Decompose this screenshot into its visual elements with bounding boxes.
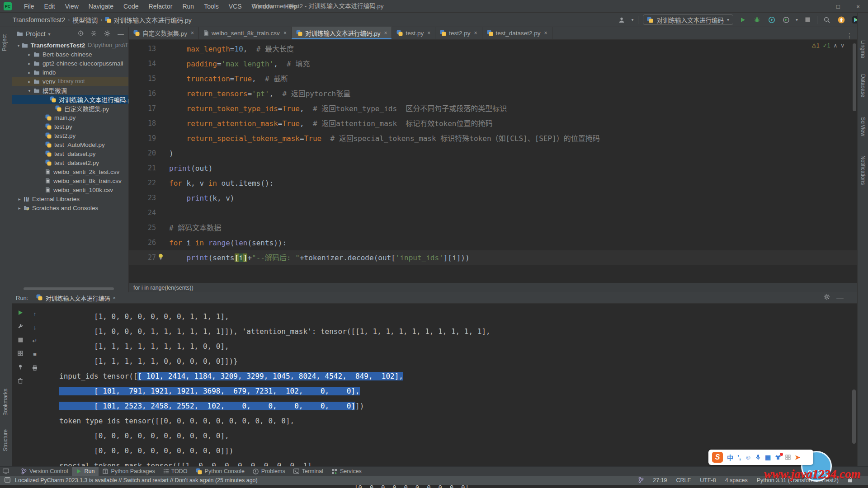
code-editor[interactable]: 13 max_length=10, # 最大长度14 padding='max_… — [129, 40, 857, 282]
tree-item-weibo_senti_100k-csv[interactable]: weibo_senti_100k.csv — [12, 185, 128, 194]
editor-tab-test2.py[interactable]: test2.py× — [435, 27, 482, 39]
hide-panel-icon[interactable]: — — [836, 294, 844, 302]
settings-gear-icon[interactable] — [824, 294, 830, 302]
file-encoding[interactable]: UTF-8 — [700, 477, 716, 483]
tree-item-imdb[interactable]: ▸imdb — [12, 68, 128, 77]
chevron-right-icon[interactable]: ▸ — [17, 206, 22, 211]
toolwindow-button-problems[interactable]: Problems — [249, 467, 289, 476]
run-button[interactable] — [738, 15, 748, 25]
toolwindow-button-run[interactable]: Run — [72, 467, 99, 476]
tab-options-icon[interactable]: ⋮ — [842, 32, 857, 39]
tree-item-weibo_senti_8k_train-csv[interactable]: weibo_senti_8k_train.csv — [12, 176, 128, 185]
tree-item-模型微调[interactable]: ▾模型微调 — [12, 86, 128, 95]
menu-refactor[interactable]: Refactor — [144, 0, 178, 13]
chevron-right-icon[interactable]: ▸ — [17, 197, 22, 202]
clear-all-icon[interactable] — [17, 377, 24, 384]
pin-icon[interactable] — [17, 363, 24, 371]
menu-view[interactable]: View — [60, 0, 84, 13]
tree-item-自定义数据集-py[interactable]: 自定义数据集.py — [12, 104, 128, 113]
hide-panel-icon[interactable]: — — [118, 30, 124, 38]
editor-tab-weibo_senti_8k_train.csv[interactable]: weibo_senti_8k_train.csv× — [199, 27, 292, 39]
close-button[interactable]: × — [848, 0, 868, 13]
stop-button[interactable] — [802, 15, 812, 25]
chevron-right-icon[interactable]: ▸ — [27, 52, 32, 57]
close-icon[interactable]: × — [384, 30, 387, 36]
tool-button-database[interactable]: Database — [860, 74, 866, 97]
tree-item-对训练输入文本进行编码-py[interactable]: 对训练输入文本进行编码.py — [12, 95, 128, 104]
update-notification-icon[interactable] — [836, 15, 846, 25]
down-stack-icon[interactable]: ↓ — [31, 324, 38, 331]
run-configuration-select[interactable]: 对训练输入文本进行编码 ▾ — [643, 14, 733, 25]
run-tab[interactable]: 对训练输入文本进行编码 × — [36, 294, 115, 302]
tree-item-test-py[interactable]: test.py — [12, 122, 128, 131]
tree-item-gpt2-chinese-cluecorpussmall[interactable]: ▸gpt2-chinese-cluecorpussmall — [12, 59, 128, 68]
up-stack-icon[interactable]: ↑ — [31, 310, 38, 317]
chevron-right-icon[interactable]: ▸ — [27, 79, 32, 84]
menu-vcs[interactable]: VCS — [224, 0, 247, 13]
toolwindow-button-services[interactable]: Services — [327, 467, 366, 476]
prev-issue-icon[interactable]: ∧ — [833, 42, 837, 49]
tool-button-structure[interactable]: Structure — [2, 429, 9, 451]
editor-tab-自定义数据集.py[interactable]: 自定义数据集.py× — [129, 27, 199, 39]
next-issue-icon[interactable]: ∨ — [840, 42, 844, 49]
tree-item-venv[interactable]: ▸venvlibrary root — [12, 77, 128, 86]
editor-tab-对训练输入文本进行编码.py[interactable]: 对训练输入文本进行编码.py× — [292, 27, 392, 39]
settings-gear-icon[interactable] — [104, 30, 110, 38]
tool-button-bookmarks[interactable]: Bookmarks — [2, 389, 9, 416]
microphone-icon[interactable] — [755, 454, 761, 460]
chinese-mode-icon[interactable]: 中 — [727, 453, 733, 462]
run-console[interactable]: [1, 0, 0, 0, 0, 0, 0, 1, 1, 1], [1, 0, 0… — [46, 304, 857, 466]
close-icon[interactable]: × — [113, 295, 115, 300]
punctuation-icon[interactable]: ’, — [737, 454, 741, 461]
stop-button[interactable] — [17, 336, 24, 343]
intention-bulb-icon[interactable] — [158, 250, 164, 265]
close-icon[interactable]: × — [544, 30, 547, 36]
console-scrollbar[interactable] — [852, 389, 856, 444]
breadcrumb-item[interactable]: 模型微调 — [72, 15, 98, 24]
tree-item-External-Libraries[interactable]: ▸External Libraries — [12, 194, 128, 203]
soft-wrap-icon[interactable]: ↵ — [31, 337, 38, 344]
coverage-dropdown-arrow[interactable]: ▾ — [796, 17, 798, 22]
tool-button-lingma[interactable]: Lingma — [860, 40, 866, 58]
editor-scrollbar[interactable] — [853, 43, 856, 111]
profiler-button[interactable] — [767, 15, 777, 25]
layout-icon[interactable] — [17, 350, 24, 357]
git-branch-icon[interactable] — [638, 477, 644, 484]
caret-position[interactable]: 27:19 — [653, 477, 667, 483]
close-icon[interactable]: × — [427, 30, 430, 36]
toolwindow-button-python-packages[interactable]: Python Packages — [99, 467, 159, 476]
menu-run[interactable]: Run — [177, 0, 199, 13]
tree-item-weibo_senti_2k_test-csv[interactable]: weibo_senti_2k_test.csv — [12, 167, 128, 176]
chevron-down-icon[interactable]: ▾ — [17, 43, 20, 48]
profile-user-icon[interactable] — [617, 15, 627, 25]
sogou-logo-icon[interactable]: S — [712, 452, 723, 463]
close-icon[interactable]: × — [191, 30, 194, 36]
soft-keyboard-icon[interactable]: ▦ — [765, 454, 771, 461]
collapse-all-icon[interactable] — [91, 30, 97, 38]
menu-file[interactable]: File — [19, 0, 39, 13]
locate-file-icon[interactable] — [78, 30, 84, 38]
chevron-down-icon[interactable]: ▾ — [27, 88, 32, 93]
tool-window-switcher-icon[interactable] — [3, 469, 9, 474]
toolwindow-button-version-control[interactable]: Version Control — [17, 467, 72, 476]
breadcrumb-item[interactable]: TransformersTest2 — [13, 16, 65, 23]
tree-item-Scratches-and-Consoles[interactable]: ▸Scratches and Consoles — [12, 203, 128, 212]
tree-item-test_dataset2-py[interactable]: test_dataset2.py — [12, 158, 128, 167]
editor-tab-test.py[interactable]: test.py× — [392, 27, 435, 39]
toolwindow-button-todo[interactable]: TODO — [159, 467, 192, 476]
chevron-down-icon[interactable]: ▾ — [48, 32, 51, 37]
tree-item-test2-py[interactable]: test2.py — [12, 131, 128, 140]
close-icon[interactable]: × — [474, 30, 477, 36]
chevron-right-icon[interactable]: ▸ — [27, 61, 32, 66]
maximize-button[interactable]: □ — [828, 0, 848, 13]
tree-item-test_dataset-py[interactable]: test_dataset.py — [12, 149, 128, 158]
toolwindow-button-python-console[interactable]: Python Console — [192, 467, 249, 476]
coverage-button[interactable] — [781, 15, 791, 25]
breadcrumb-item[interactable]: 对训练输入文本进行编码.py — [105, 15, 192, 24]
minimize-button[interactable]: — — [808, 0, 828, 13]
rerun-button[interactable] — [17, 309, 24, 316]
scroll-to-end-icon[interactable]: ≡ — [31, 351, 38, 358]
menu-edit[interactable]: Edit — [39, 0, 60, 13]
project-panel-title[interactable]: Project — [26, 30, 46, 38]
tool-button-sciview[interactable]: SciView — [860, 117, 866, 136]
